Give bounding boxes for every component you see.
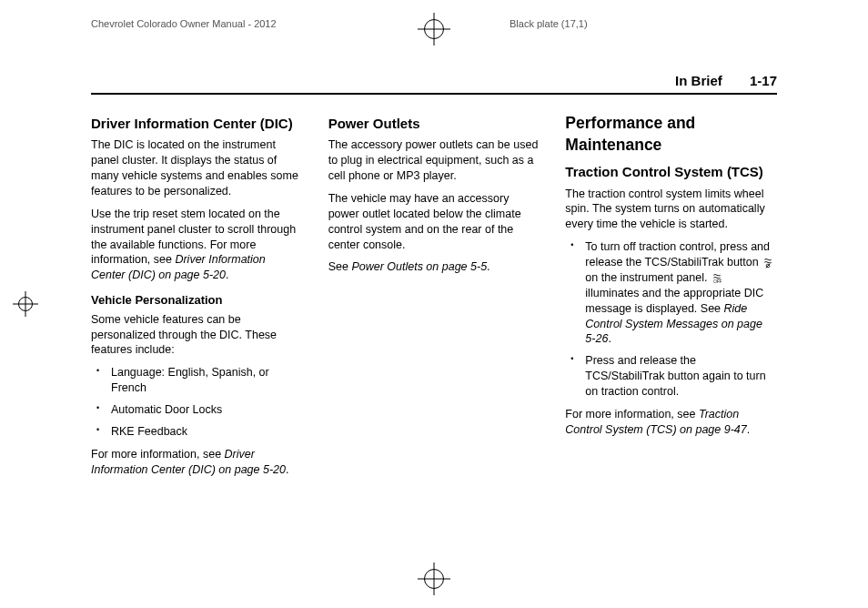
- column-2: Power Outlets The accessory power outlet…: [328, 113, 540, 485]
- heading-vehicle-personalization: Vehicle Personalization: [91, 292, 303, 309]
- bullet-list: To turn off traction control, press and …: [565, 239, 777, 400]
- column-3: Performance and Maintenance Traction Con…: [565, 113, 777, 485]
- body-text: For more information, see Traction Contr…: [565, 407, 777, 438]
- body-text: Use the trip reset stem located on the i…: [91, 207, 303, 283]
- body-text: The accessory power outlets can be used …: [328, 137, 540, 184]
- list-item: To turn off traction control, press and …: [565, 239, 777, 347]
- page-header: In Brief 1-17: [675, 73, 777, 88]
- heading-tcs: Traction Control System (TCS): [565, 163, 777, 181]
- body-text: For more information, see Driver Informa…: [91, 447, 303, 478]
- heading-performance-maintenance: Performance and Maintenance: [565, 113, 777, 156]
- body-text: Some vehicle features can be personalize…: [91, 312, 303, 359]
- crop-mark-top: [421, 16, 447, 42]
- section-name: In Brief: [675, 73, 722, 88]
- crop-mark-bottom: [421, 566, 447, 592]
- plate-info: Black plate (17,1): [510, 18, 588, 29]
- page-number: 1-17: [750, 73, 777, 88]
- heading-power-outlets: Power Outlets: [328, 115, 540, 133]
- body-text: See Power Outlets on page 5‑5.: [328, 259, 540, 275]
- body-text: The vehicle may have an accessory power …: [328, 191, 540, 253]
- column-1: Driver Information Center (DIC) The DIC …: [91, 113, 303, 485]
- stabilitrak-indicator-icon: OFF: [712, 273, 722, 284]
- cross-ref: Power Outlets on page 5‑5: [351, 260, 487, 273]
- body-text: The traction control system limits wheel…: [565, 187, 777, 233]
- heading-dic: Driver Information Center (DIC): [91, 115, 303, 133]
- list-item: Language: English, Spanish, or French: [91, 365, 303, 396]
- bullet-list: Language: English, Spanish, or French Au…: [91, 365, 303, 440]
- header-rule: [91, 93, 777, 95]
- crop-mark-left: [16, 295, 35, 313]
- page-content: Driver Information Center (DIC) The DIC …: [91, 113, 777, 485]
- list-item: RKE Feedback: [91, 424, 303, 440]
- stabilitrak-button-icon: [762, 258, 773, 269]
- list-item: Automatic Door Locks: [91, 402, 303, 418]
- body-text: The DIC is located on the instrument pan…: [91, 137, 303, 199]
- list-item: Press and release the TCS/StabiliTrak bu…: [565, 353, 777, 400]
- svg-text:OFF: OFF: [713, 279, 722, 284]
- manual-title: Chevrolet Colorado Owner Manual - 2012: [91, 18, 277, 29]
